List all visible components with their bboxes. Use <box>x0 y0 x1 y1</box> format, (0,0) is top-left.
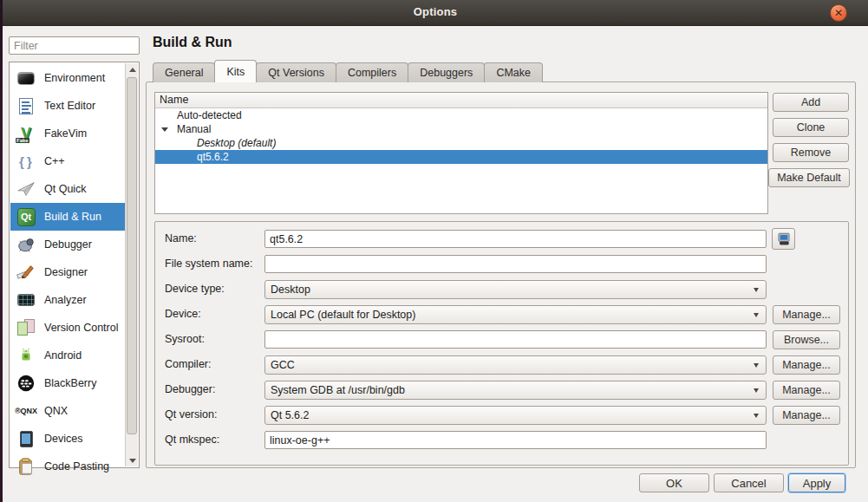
file-system-name-input[interactable] <box>264 255 767 273</box>
sidebar-item-cpp[interactable]: { } C++ <box>10 147 127 175</box>
titlebar[interactable]: Options ✕ <box>3 0 868 26</box>
close-button[interactable]: ✕ <box>830 4 847 22</box>
kit-name-input[interactable] <box>264 230 767 248</box>
code-pasting-icon <box>16 456 36 477</box>
remove-button[interactable]: Remove <box>773 143 849 162</box>
browse-sysroot-button[interactable]: Browse... <box>773 330 840 349</box>
sidebar-item-designer[interactable]: Designer <box>10 258 127 286</box>
file-system-name-label: File system name: <box>165 255 252 273</box>
debugger-select[interactable]: System GDB at /usr/bin/gdb <box>264 381 767 400</box>
tree-row-label: qt5.6.2 <box>155 151 229 163</box>
sidebar-item-qt-quick[interactable]: Qt Quick <box>10 175 127 203</box>
chevron-down-icon <box>754 414 759 418</box>
device-select[interactable]: Local PC (default for Desktop) <box>264 305 767 324</box>
make-default-button[interactable]: Make Default <box>768 168 850 187</box>
tab-kits[interactable]: Kits <box>214 60 257 82</box>
qt-quick-icon <box>16 179 36 199</box>
variables-icon <box>776 231 792 247</box>
sidebar-item-code-pasting[interactable]: Code Pasting <box>10 453 127 480</box>
sidebar-item-text-editor[interactable]: Text Editor <box>10 92 127 120</box>
variables-button[interactable] <box>772 228 795 250</box>
sidebar-item-label: Environment <box>44 72 105 84</box>
category-list: Environment Text Editor VFake FakeVim { … <box>9 62 140 468</box>
sidebar-item-label: Version Control <box>44 322 118 334</box>
sidebar-item-build-run[interactable]: Qt Build & Run <box>10 203 127 231</box>
qnx-icon: ®QNX <box>16 401 36 421</box>
name-label: Name: <box>165 230 197 248</box>
sidebar-item-analyzer[interactable]: Analyzer <box>10 286 127 314</box>
add-button[interactable]: Add <box>773 93 849 112</box>
sidebar-item-debugger[interactable]: Debugger <box>10 231 127 258</box>
ok-button[interactable]: OK <box>639 473 709 492</box>
compiler-value: GCC <box>271 359 295 371</box>
version-control-icon <box>16 317 36 338</box>
device-type-select[interactable]: Desktop <box>264 280 767 299</box>
qt-mkspec-input[interactable] <box>264 431 767 449</box>
manage-qt-version-button[interactable]: Manage... <box>773 406 840 425</box>
qt-version-value: Qt 5.6.2 <box>271 409 309 421</box>
scroll-down-icon[interactable] <box>126 454 139 466</box>
debugger-label: Debugger: <box>165 381 215 399</box>
qt-mkspec-label: Qt mkspec: <box>165 431 219 449</box>
sidebar-item-devices[interactable]: Devices <box>10 425 127 453</box>
devices-icon <box>16 428 36 449</box>
manage-debugger-button[interactable]: Manage... <box>773 381 840 400</box>
close-icon: ✕ <box>834 7 843 19</box>
device-value: Local PC (default for Desktop) <box>271 309 415 321</box>
tab-general[interactable]: General <box>153 62 215 82</box>
designer-icon <box>16 262 36 283</box>
qt-version-select[interactable]: Qt 5.6.2 <box>264 406 767 425</box>
qt-version-label: Qt version: <box>165 406 217 424</box>
sidebar-item-qnx[interactable]: ®QNX QNX <box>10 397 127 425</box>
tab-compilers[interactable]: Compilers <box>336 62 408 82</box>
sidebar-scrollbar[interactable] <box>125 63 138 466</box>
clone-button[interactable]: Clone <box>773 118 849 137</box>
filter-input[interactable] <box>9 36 140 55</box>
sidebar-item-label: C++ <box>44 155 65 167</box>
tab-debuggers[interactable]: Debuggers <box>408 62 485 82</box>
scrollbar-thumb[interactable] <box>127 77 137 434</box>
debugger-value: System GDB at /usr/bin/gdb <box>271 384 405 396</box>
blackberry-icon <box>16 373 36 394</box>
compiler-select[interactable]: GCC <box>264 355 767 375</box>
window-title: Options <box>3 5 868 18</box>
chevron-down-icon <box>754 388 759 393</box>
sidebar-item-fakevim[interactable]: VFake FakeVim <box>10 120 127 147</box>
sidebar-item-label: Qt Quick <box>44 183 87 195</box>
manage-device-button[interactable]: Manage... <box>773 305 840 324</box>
device-label: Device: <box>165 305 201 323</box>
sidebar-item-label: Text Editor <box>44 100 95 112</box>
tree-row-desktop-default[interactable]: Desktop (default) <box>155 136 767 150</box>
sidebar-item-android[interactable]: Android <box>10 342 127 369</box>
sysroot-input[interactable] <box>264 330 767 349</box>
sidebar-item-blackberry[interactable]: BlackBerry <box>10 369 127 397</box>
device-type-value: Desktop <box>271 284 310 296</box>
sidebar-item-label: Devices <box>44 433 82 445</box>
tree-row-qt562[interactable]: qt5.6.2 <box>155 150 767 164</box>
apply-button[interactable]: Apply <box>788 473 845 492</box>
chevron-down-icon <box>754 363 759 368</box>
scroll-up-icon[interactable] <box>126 63 139 75</box>
android-icon <box>16 345 36 366</box>
tab-cmake[interactable]: CMake <box>484 62 543 82</box>
tree-row-auto-detected[interactable]: Auto-detected <box>155 108 767 122</box>
tab-bar: General Kits Qt Versions Compilers Debug… <box>153 60 542 82</box>
tree-column-header[interactable]: Name <box>155 93 767 108</box>
sidebar-item-label: Analyzer <box>44 294 87 306</box>
tree-row-manual[interactable]: Manual <box>155 122 767 136</box>
chevron-down-icon <box>754 313 759 317</box>
expand-arrow-icon[interactable] <box>161 127 168 132</box>
build-run-icon: Qt <box>16 206 36 227</box>
sidebar-item-version-control[interactable]: Version Control <box>10 314 127 342</box>
text-editor-icon <box>16 95 36 116</box>
tab-qt-versions[interactable]: Qt Versions <box>256 62 336 82</box>
sidebar-item-label: BlackBerry <box>44 377 96 389</box>
compiler-label: Compiler: <box>165 355 212 374</box>
fakevim-icon: VFake <box>16 123 36 144</box>
sidebar-item-label: Designer <box>44 266 88 278</box>
sidebar-item-label: Code Pasting <box>44 460 109 473</box>
sidebar-item-environment[interactable]: Environment <box>10 64 127 92</box>
manage-compiler-button[interactable]: Manage... <box>773 355 840 375</box>
page-title: Build & Run <box>153 35 232 50</box>
cancel-button[interactable]: Cancel <box>714 473 784 492</box>
